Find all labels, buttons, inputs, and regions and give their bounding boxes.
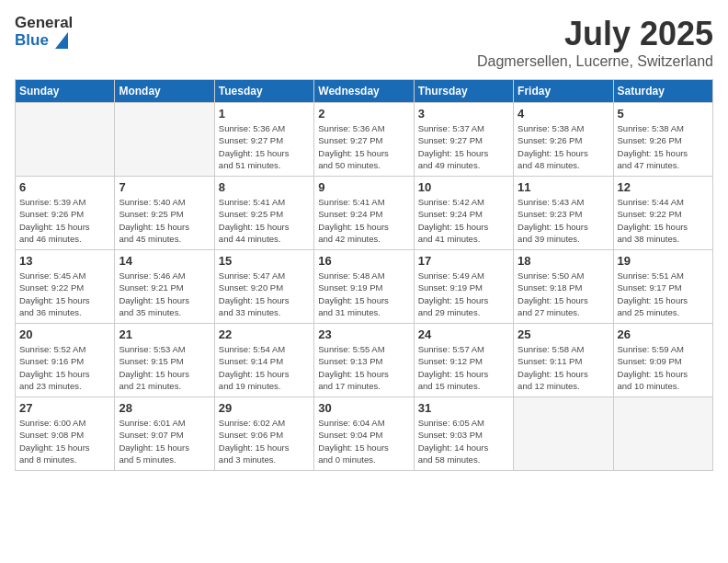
day-number: 20 <box>19 327 110 341</box>
calendar-cell: 29Sunrise: 6:02 AM Sunset: 9:06 PM Dayli… <box>214 397 313 471</box>
day-info: Sunrise: 5:40 AM Sunset: 9:25 PM Dayligh… <box>119 196 210 245</box>
calendar-cell: 6Sunrise: 5:39 AM Sunset: 9:26 PM Daylig… <box>16 177 115 250</box>
day-number: 14 <box>119 254 210 268</box>
calendar-week-row: 6Sunrise: 5:39 AM Sunset: 9:26 PM Daylig… <box>16 177 713 250</box>
calendar-cell: 24Sunrise: 5:57 AM Sunset: 9:12 PM Dayli… <box>414 324 513 397</box>
weekday-header: Wednesday <box>314 80 414 103</box>
day-info: Sunrise: 5:50 AM Sunset: 9:18 PM Dayligh… <box>518 270 609 318</box>
calendar-cell: 23Sunrise: 5:55 AM Sunset: 9:13 PM Dayli… <box>314 324 414 397</box>
weekday-header: Monday <box>115 80 214 103</box>
day-number: 29 <box>219 401 310 415</box>
calendar-cell: 21Sunrise: 5:53 AM Sunset: 9:15 PM Dayli… <box>115 324 214 397</box>
day-info: Sunrise: 5:38 AM Sunset: 9:26 PM Dayligh… <box>518 122 609 171</box>
day-number: 22 <box>219 327 310 341</box>
day-number: 18 <box>518 254 609 268</box>
day-info: Sunrise: 5:59 AM Sunset: 9:09 PM Dayligh… <box>618 343 709 392</box>
calendar-cell <box>613 397 712 471</box>
calendar-cell: 28Sunrise: 6:01 AM Sunset: 9:07 PM Dayli… <box>115 397 214 471</box>
day-number: 13 <box>19 254 110 268</box>
calendar-week-row: 1Sunrise: 5:36 AM Sunset: 9:27 PM Daylig… <box>16 103 713 177</box>
day-info: Sunrise: 6:05 AM Sunset: 9:03 PM Dayligh… <box>418 417 509 465</box>
day-info: Sunrise: 5:38 AM Sunset: 9:26 PM Dayligh… <box>618 122 709 171</box>
day-info: Sunrise: 5:47 AM Sunset: 9:20 PM Dayligh… <box>219 270 310 318</box>
day-info: Sunrise: 6:00 AM Sunset: 9:08 PM Dayligh… <box>19 417 110 465</box>
day-info: Sunrise: 5:51 AM Sunset: 9:17 PM Dayligh… <box>618 270 709 318</box>
title-block: July 2025 Dagmersellen, Lucerne, Switzer… <box>477 15 713 70</box>
calendar-cell: 26Sunrise: 5:59 AM Sunset: 9:09 PM Dayli… <box>613 324 712 397</box>
weekday-header: Friday <box>514 80 613 103</box>
calendar-cell: 22Sunrise: 5:54 AM Sunset: 9:14 PM Dayli… <box>214 324 313 397</box>
day-number: 4 <box>518 107 609 121</box>
day-number: 10 <box>418 180 509 194</box>
day-info: Sunrise: 5:36 AM Sunset: 9:27 PM Dayligh… <box>219 122 310 171</box>
calendar-week-row: 13Sunrise: 5:45 AM Sunset: 9:22 PM Dayli… <box>16 250 713 324</box>
logo-blue: Blue <box>15 32 73 50</box>
location-title: Dagmersellen, Lucerne, Switzerland <box>477 53 713 70</box>
calendar-cell: 17Sunrise: 5:49 AM Sunset: 9:19 PM Dayli… <box>414 250 513 324</box>
day-info: Sunrise: 5:39 AM Sunset: 9:26 PM Dayligh… <box>19 196 110 245</box>
weekday-header: Saturday <box>613 80 712 103</box>
day-info: Sunrise: 6:01 AM Sunset: 9:07 PM Dayligh… <box>119 417 210 465</box>
day-info: Sunrise: 5:57 AM Sunset: 9:12 PM Dayligh… <box>418 343 509 392</box>
calendar-cell: 16Sunrise: 5:48 AM Sunset: 9:19 PM Dayli… <box>314 250 414 324</box>
day-number: 19 <box>618 254 709 268</box>
day-number: 17 <box>418 254 509 268</box>
day-number: 5 <box>618 107 709 121</box>
day-info: Sunrise: 5:41 AM Sunset: 9:24 PM Dayligh… <box>318 196 409 245</box>
day-number: 7 <box>119 180 210 194</box>
day-info: Sunrise: 5:55 AM Sunset: 9:13 PM Dayligh… <box>318 343 409 392</box>
calendar-cell: 8Sunrise: 5:41 AM Sunset: 9:25 PM Daylig… <box>214 177 313 250</box>
calendar-cell <box>514 397 613 471</box>
month-title: July 2025 <box>477 15 713 53</box>
day-info: Sunrise: 5:53 AM Sunset: 9:15 PM Dayligh… <box>119 343 210 392</box>
calendar-cell: 4Sunrise: 5:38 AM Sunset: 9:26 PM Daylig… <box>514 103 613 177</box>
calendar-cell: 31Sunrise: 6:05 AM Sunset: 9:03 PM Dayli… <box>414 397 513 471</box>
day-number: 25 <box>518 327 609 341</box>
calendar-cell: 18Sunrise: 5:50 AM Sunset: 9:18 PM Dayli… <box>514 250 613 324</box>
calendar-cell: 11Sunrise: 5:43 AM Sunset: 9:23 PM Dayli… <box>514 177 613 250</box>
calendar-cell: 9Sunrise: 5:41 AM Sunset: 9:24 PM Daylig… <box>314 177 414 250</box>
calendar-cell: 25Sunrise: 5:58 AM Sunset: 9:11 PM Dayli… <box>514 324 613 397</box>
logo-triangle-icon <box>55 32 68 49</box>
calendar-cell: 5Sunrise: 5:38 AM Sunset: 9:26 PM Daylig… <box>613 103 712 177</box>
day-info: Sunrise: 5:36 AM Sunset: 9:27 PM Dayligh… <box>318 122 409 171</box>
calendar-cell <box>115 103 214 177</box>
day-number: 31 <box>418 401 509 415</box>
calendar-cell: 27Sunrise: 6:00 AM Sunset: 9:08 PM Dayli… <box>16 397 115 471</box>
day-info: Sunrise: 5:44 AM Sunset: 9:22 PM Dayligh… <box>618 196 709 245</box>
day-number: 26 <box>618 327 709 341</box>
calendar-cell <box>16 103 115 177</box>
day-number: 6 <box>19 180 110 194</box>
day-info: Sunrise: 5:58 AM Sunset: 9:11 PM Dayligh… <box>518 343 609 392</box>
day-info: Sunrise: 5:37 AM Sunset: 9:27 PM Dayligh… <box>418 122 509 171</box>
day-number: 21 <box>119 327 210 341</box>
weekday-header: Tuesday <box>214 80 313 103</box>
day-number: 9 <box>318 180 409 194</box>
calendar-cell: 15Sunrise: 5:47 AM Sunset: 9:20 PM Dayli… <box>214 250 313 324</box>
calendar-cell: 3Sunrise: 5:37 AM Sunset: 9:27 PM Daylig… <box>414 103 513 177</box>
page-header: General Blue July 2025 Dagmersellen, Luc… <box>15 15 713 70</box>
day-info: Sunrise: 5:41 AM Sunset: 9:25 PM Dayligh… <box>219 196 310 245</box>
calendar-cell: 10Sunrise: 5:42 AM Sunset: 9:24 PM Dayli… <box>414 177 513 250</box>
calendar-cell: 12Sunrise: 5:44 AM Sunset: 9:22 PM Dayli… <box>613 177 712 250</box>
calendar-cell: 13Sunrise: 5:45 AM Sunset: 9:22 PM Dayli… <box>16 250 115 324</box>
day-number: 2 <box>318 107 409 121</box>
svg-marker-0 <box>55 32 68 49</box>
day-info: Sunrise: 5:49 AM Sunset: 9:19 PM Dayligh… <box>418 270 509 318</box>
day-info: Sunrise: 5:48 AM Sunset: 9:19 PM Dayligh… <box>318 270 409 318</box>
weekday-header: Sunday <box>16 80 115 103</box>
logo-general: General <box>15 15 73 32</box>
day-number: 24 <box>418 327 509 341</box>
day-info: Sunrise: 5:46 AM Sunset: 9:21 PM Dayligh… <box>119 270 210 318</box>
day-info: Sunrise: 5:45 AM Sunset: 9:22 PM Dayligh… <box>19 270 110 318</box>
day-number: 28 <box>119 401 210 415</box>
calendar-cell: 14Sunrise: 5:46 AM Sunset: 9:21 PM Dayli… <box>115 250 214 324</box>
calendar-cell: 1Sunrise: 5:36 AM Sunset: 9:27 PM Daylig… <box>214 103 313 177</box>
calendar-week-row: 20Sunrise: 5:52 AM Sunset: 9:16 PM Dayli… <box>16 324 713 397</box>
day-number: 23 <box>318 327 409 341</box>
day-info: Sunrise: 5:54 AM Sunset: 9:14 PM Dayligh… <box>219 343 310 392</box>
calendar-cell: 30Sunrise: 6:04 AM Sunset: 9:04 PM Dayli… <box>314 397 414 471</box>
calendar-cell: 2Sunrise: 5:36 AM Sunset: 9:27 PM Daylig… <box>314 103 414 177</box>
day-number: 12 <box>618 180 709 194</box>
calendar-cell: 20Sunrise: 5:52 AM Sunset: 9:16 PM Dayli… <box>16 324 115 397</box>
